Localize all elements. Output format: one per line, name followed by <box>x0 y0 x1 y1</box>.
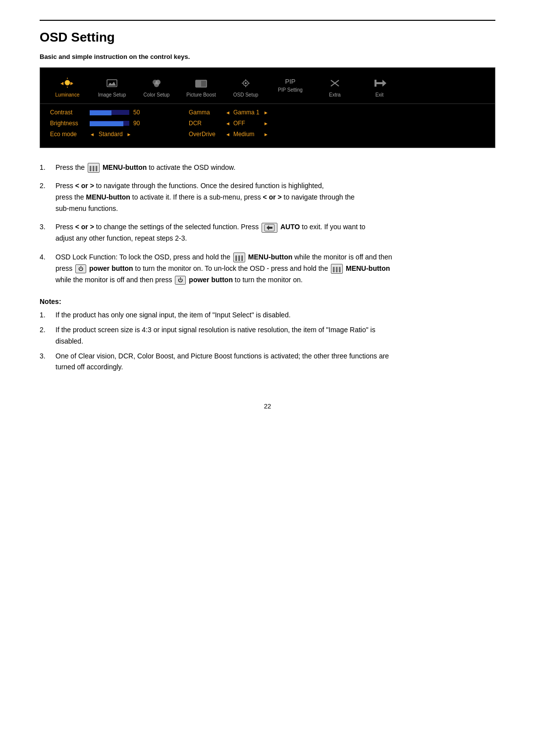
pip-setting-label: PIP Setting <box>278 87 303 93</box>
menu-icon-3: ‖‖‖ <box>331 264 343 274</box>
brightness-label: Brightness <box>50 120 86 127</box>
osd-tab-image-setup[interactable]: Image Setup <box>90 76 134 100</box>
osd-gamma-row: Gamma ◄ Gamma 1 ► <box>189 109 268 116</box>
instr-text-2: Press < or > to navigate through the fun… <box>55 180 355 214</box>
image-setup-label: Image Setup <box>98 92 126 98</box>
picture-boost-icon <box>194 78 208 91</box>
instruction-4: 4. OSD Lock Function: To lock the OSD, p… <box>40 252 495 286</box>
instruction-3: 3. Press < or > to change the settings o… <box>40 221 495 244</box>
instruction-1: 1. Press the ‖‖‖ MENU-button to activate… <box>40 162 495 173</box>
dcr-label: DCR <box>189 120 222 127</box>
gamma-label: Gamma <box>189 109 222 116</box>
note-1: 1. If the product has only one signal in… <box>40 309 495 320</box>
gamma-value: Gamma 1 <box>233 109 261 116</box>
svg-rect-23 <box>375 82 383 84</box>
osd-tab-exit[interactable]: Exit <box>357 76 402 100</box>
osd-eco-mode-row: Eco mode ◄ Standard ► <box>50 131 159 138</box>
brightness-bar <box>90 121 129 126</box>
osd-overdrive-row: OverDrive ◄ Medium ► <box>189 131 268 138</box>
osd-tabs: ◀ ▶ Luminance Image Setup <box>40 73 495 104</box>
svg-rect-13 <box>196 80 201 87</box>
instr-text-1: Press the ‖‖‖ MENU-button to activate th… <box>55 162 235 173</box>
osd-tab-extra[interactable]: Extra <box>313 76 357 100</box>
instr-num-3: 3. <box>40 221 51 244</box>
dcr-value: OFF <box>233 120 261 127</box>
note-2: 2. If the product screen size is 4:3 or … <box>40 324 495 347</box>
osd-left-panel: Contrast 50 Brightness 90 Eco mode ◄ Sta… <box>50 109 159 138</box>
instruction-2: 2. Press < or > to navigate through the … <box>40 180 495 214</box>
instructions-section: 1. Press the ‖‖‖ MENU-button to activate… <box>40 162 495 286</box>
svg-point-1 <box>65 80 70 85</box>
svg-point-15 <box>245 82 247 84</box>
eco-left-arrow: ◄ <box>90 132 95 137</box>
osd-dcr-row: DCR ◄ OFF ► <box>189 120 268 127</box>
gamma-right-arrow: ► <box>264 110 268 115</box>
eco-right-arrow: ► <box>127 132 132 137</box>
svg-marker-8 <box>108 82 116 86</box>
auto-icon <box>262 223 277 233</box>
eco-mode-value: Standard <box>99 131 123 138</box>
note-text-2: If the product screen size is 4:3 or inp… <box>55 324 375 347</box>
svg-text:▶: ▶ <box>70 81 74 86</box>
osd-contrast-row: Contrast 50 <box>50 109 159 116</box>
page-number: 22 <box>40 403 495 410</box>
osd-tab-pip-setting[interactable]: PIP PIP Setting <box>268 76 313 100</box>
extra-icon <box>328 78 342 91</box>
osd-tab-picture-boost[interactable]: Picture Boost <box>179 76 223 100</box>
overdrive-label: OverDrive <box>189 131 222 138</box>
contrast-bar <box>90 110 129 115</box>
subtitle: Basic and simple instruction on the cont… <box>40 53 495 60</box>
exit-icon <box>373 78 386 91</box>
color-setup-label: Color Setup <box>144 92 170 98</box>
luminance-label: Luminance <box>55 92 80 98</box>
notes-title: Notes: <box>40 298 495 305</box>
osd-setup-label: OSD Setup <box>233 92 259 98</box>
osd-content: Contrast 50 Brightness 90 Eco mode ◄ Sta… <box>40 104 495 143</box>
power-icon-1: ⏻ <box>75 264 86 273</box>
gamma-left-arrow: ◄ <box>225 110 230 115</box>
instr-num-1: 1. <box>40 162 51 173</box>
note-text-3: One of Clear vision, DCR, Color Boost, a… <box>55 351 389 373</box>
dcr-left-arrow: ◄ <box>225 121 230 126</box>
osd-tab-luminance[interactable]: ◀ ▶ Luminance <box>45 76 90 100</box>
notes-section: Notes: 1. If the product has only one si… <box>40 298 495 373</box>
picture-boost-label: Picture Boost <box>186 92 215 98</box>
note-num-2: 2. <box>40 324 51 347</box>
contrast-label: Contrast <box>50 109 86 116</box>
exit-label: Exit <box>375 92 384 98</box>
dcr-right-arrow: ► <box>264 121 268 126</box>
top-divider <box>40 20 495 21</box>
power-icon-2: ⏻ <box>175 276 186 285</box>
instr-text-4: OSD Lock Function: To lock the OSD, pres… <box>55 252 392 286</box>
contrast-bar-fill <box>90 110 111 115</box>
contrast-value: 50 <box>133 109 147 116</box>
luminance-icon: ◀ ▶ <box>60 78 74 91</box>
image-setup-icon <box>105 78 119 91</box>
overdrive-value: Medium <box>233 131 261 138</box>
osd-setup-icon <box>239 78 253 91</box>
brightness-bar-fill <box>90 121 123 126</box>
pip-setting-icon: PIP <box>285 78 296 85</box>
osd-menu: ◀ ▶ Luminance Image Setup <box>40 67 495 148</box>
brightness-value: 90 <box>133 120 147 127</box>
overdrive-right-arrow: ► <box>264 132 268 137</box>
color-setup-icon <box>150 78 163 91</box>
instr-text-3: Press < or > to change the settings of t… <box>55 221 366 244</box>
svg-rect-24 <box>374 80 376 87</box>
extra-label: Extra <box>329 92 340 98</box>
eco-mode-label: Eco mode <box>50 131 86 138</box>
osd-tab-color-setup[interactable]: Color Setup <box>134 76 179 100</box>
note-3: 3. One of Clear vision, DCR, Color Boost… <box>40 351 495 373</box>
osd-tab-osd-setup[interactable]: OSD Setup <box>223 76 268 100</box>
menu-icon-2: ‖‖‖ <box>233 252 245 262</box>
instr-num-2: 2. <box>40 180 51 214</box>
menu-icon-1: ‖‖‖ <box>88 163 100 173</box>
svg-point-11 <box>154 82 159 87</box>
instr-num-4: 4. <box>40 252 51 286</box>
osd-right-panel: Gamma ◄ Gamma 1 ► DCR ◄ OFF ► OverDrive … <box>159 109 268 138</box>
note-num-3: 3. <box>40 351 51 373</box>
note-text-1: If the product has only one signal input… <box>55 309 291 320</box>
svg-text:◀: ◀ <box>60 81 64 86</box>
page-title: OSD Setting <box>40 30 495 45</box>
osd-brightness-row: Brightness 90 <box>50 120 159 127</box>
